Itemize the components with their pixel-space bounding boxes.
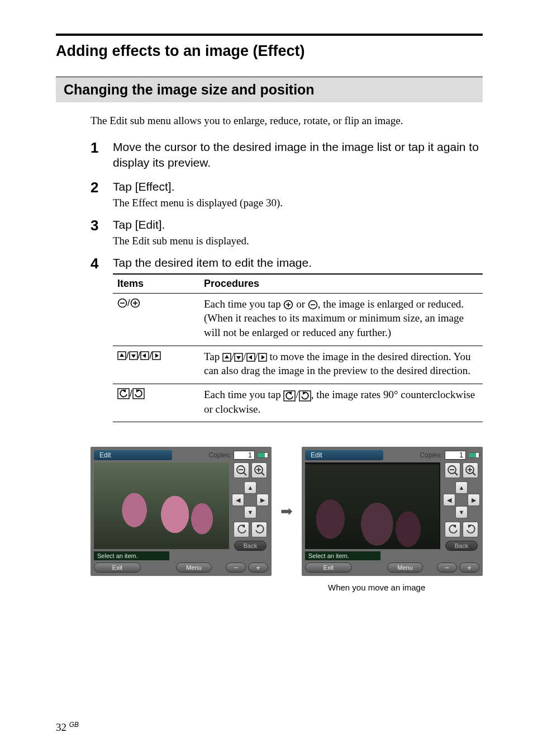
table-row: /// Tap /// to move the image in the des… (113, 346, 483, 384)
arrow-left-icon (140, 351, 149, 360)
screenshot-caption: When you move an image (328, 583, 483, 592)
rotate-cw-icon (299, 390, 311, 401)
minus-circle-icon (308, 300, 318, 310)
section-title: Adding effects to an image (Effect) (56, 42, 483, 60)
items-zoom: / (113, 293, 199, 346)
rotate-ccw-icon (283, 390, 296, 401)
copies-area: Copies: 1 (208, 451, 268, 460)
status-text: Select an item. (94, 551, 169, 560)
rotate-ccw-button[interactable] (234, 522, 249, 537)
copies-value[interactable]: 1 (445, 451, 466, 460)
table-header-procedures: Procedures (199, 274, 483, 294)
rotate-cw-button[interactable] (251, 522, 267, 537)
dpad-up-button[interactable]: ▲ (455, 481, 468, 494)
dpad: ▲ ◀▶ ▼ (232, 481, 269, 518)
decrement-button[interactable]: − (437, 563, 457, 573)
rotate-cw-icon (132, 388, 145, 399)
step-main-text: Tap [Effect]. (113, 179, 483, 195)
arrow-right-icon (152, 351, 161, 360)
arrow-up-icon (117, 351, 126, 360)
table-row: / Each time you tap /, the image rates 9… (113, 384, 483, 422)
rotate-cw-button[interactable] (463, 522, 478, 537)
zoom-out-button[interactable] (234, 462, 249, 478)
step-3: 3 Tap [Edit]. The Edit sub menu is displ… (91, 217, 483, 247)
items-move: /// (113, 346, 199, 384)
step-main-text: Move the cursor to the desired image in … (113, 139, 483, 171)
step-4: 4 Tap the desired item to edit the image… (91, 255, 483, 439)
step-2: 2 Tap [Effect]. The Effect menu is displ… (91, 179, 483, 209)
back-button[interactable]: Back (234, 541, 266, 551)
exit-button[interactable]: Exit (94, 563, 141, 573)
step-number: 4 (91, 255, 113, 271)
step-desc-text: The Effect menu is displayed (page 30). (113, 197, 483, 209)
step-main-text: Tap the desired item to edit the image. (113, 255, 483, 271)
decrement-button[interactable]: − (226, 563, 246, 573)
edit-screen-before: Edit Copies: 1 ▲ ◀▶ ▼ (91, 447, 272, 576)
preview-image[interactable] (94, 462, 229, 549)
dpad-down-button[interactable]: ▼ (244, 506, 256, 518)
procedures-table: Items Procedures / Each time you tap or … (113, 273, 483, 422)
table-header-items: Items (113, 274, 199, 294)
page-number: 32 GB (56, 721, 79, 734)
intro-text: The Edit sub menu allows you to enlarge,… (91, 115, 483, 127)
proc-move: Tap /// to move the image in the desired… (199, 346, 483, 384)
step-number: 3 (91, 217, 113, 233)
proc-zoom: Each time you tap or , the image is enla… (199, 293, 483, 346)
screen-tab[interactable]: Edit (94, 450, 172, 460)
copies-label: Copies: (420, 451, 442, 459)
step-main-text: Tap [Edit]. (113, 217, 483, 233)
step-number: 1 (91, 139, 113, 155)
edit-screen-after: Edit Copies: 1 ▲ ◀▶ ▼ (302, 447, 483, 576)
screen-tab[interactable]: Edit (305, 450, 383, 460)
zoom-out-button[interactable] (445, 462, 460, 478)
zoom-in-button[interactable] (251, 462, 267, 478)
dpad-down-button[interactable]: ▼ (455, 506, 468, 518)
dpad: ▲ ◀▶ ▼ (443, 481, 480, 518)
screenshots-row: Edit Copies: 1 ▲ ◀▶ ▼ (91, 447, 483, 576)
plus-circle-icon (283, 300, 293, 310)
dpad-right-button[interactable]: ▶ (256, 494, 269, 506)
battery-icon (257, 452, 268, 458)
preview-image[interactable] (305, 462, 440, 549)
table-row: / Each time you tap or , the image is en… (113, 293, 483, 346)
arrow-down-icon (234, 353, 243, 362)
transition-arrow-icon: ➡ (280, 503, 293, 520)
copies-value[interactable]: 1 (234, 451, 255, 460)
side-controls: ▲ ◀▶ ▼ Back (232, 462, 268, 549)
menu-button[interactable]: Menu (387, 563, 423, 573)
rotate-ccw-button[interactable] (445, 522, 460, 537)
copies-label: Copies: (208, 451, 231, 459)
copies-area: Copies: 1 (420, 451, 479, 460)
battery-icon (468, 452, 479, 458)
step-number: 2 (91, 179, 113, 195)
menu-button[interactable]: Menu (176, 563, 212, 573)
arrow-down-icon (129, 351, 138, 360)
dpad-right-button[interactable]: ▶ (468, 494, 480, 506)
zoom-in-button[interactable] (463, 462, 478, 478)
dpad-left-button[interactable]: ◀ (232, 494, 244, 506)
minus-circle-icon (117, 298, 127, 308)
status-text: Select an item. (305, 551, 380, 560)
increment-button[interactable]: + (459, 563, 479, 573)
proc-rotate: Each time you tap /, the image rates 90°… (199, 384, 483, 422)
items-rotate: / (113, 384, 199, 422)
arrow-left-icon (246, 353, 255, 362)
side-controls: ▲ ◀▶ ▼ Back (444, 462, 479, 549)
plus-circle-icon (130, 298, 140, 308)
rotate-ccw-icon (117, 388, 130, 399)
arrow-right-icon (258, 353, 267, 362)
step-desc-text: The Edit sub menu is displayed. (113, 235, 483, 247)
increment-button[interactable]: + (248, 563, 268, 573)
subsection-heading: Changing the image size and position (56, 77, 483, 102)
dpad-up-button[interactable]: ▲ (244, 481, 256, 494)
exit-button[interactable]: Exit (305, 563, 352, 573)
dpad-left-button[interactable]: ◀ (443, 494, 455, 506)
back-button[interactable]: Back (445, 541, 478, 551)
step-1: 1 Move the cursor to the desired image i… (91, 139, 483, 171)
arrow-up-icon (222, 353, 231, 362)
